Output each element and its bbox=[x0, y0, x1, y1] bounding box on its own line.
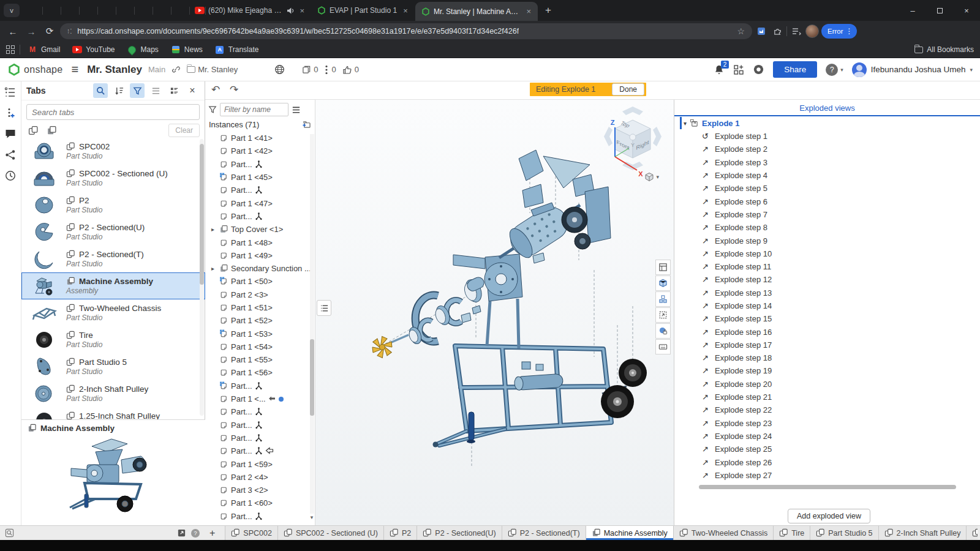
apps-icon[interactable] bbox=[733, 64, 744, 75]
document-tab[interactable]: Tire bbox=[773, 526, 810, 540]
drawing-crop-icon[interactable] bbox=[655, 307, 671, 323]
extension-icon[interactable] bbox=[755, 24, 768, 38]
instance-row[interactable]: ▸ Part... bbox=[205, 210, 311, 223]
apps-grid-icon[interactable] bbox=[6, 45, 15, 54]
explode-step-row[interactable]: ↺ ↗ Explode step 10 bbox=[674, 247, 980, 260]
close-tab-icon[interactable]: × bbox=[401, 6, 410, 15]
instance-row[interactable]: ▸ Part 1 <54> bbox=[205, 340, 311, 353]
instance-row[interactable]: ▸ Part 1 <51> bbox=[205, 301, 311, 314]
onshape-logo[interactable]: onshape bbox=[7, 63, 63, 77]
hamburger-menu-icon[interactable]: ≡ bbox=[69, 62, 81, 77]
explode-step-row[interactable]: ↺ ↗ Explode step 20 bbox=[674, 378, 980, 391]
collapse-chevron-icon[interactable]: ▾ bbox=[684, 120, 687, 127]
instance-row[interactable]: ▸ Part 2 <3> bbox=[205, 288, 311, 301]
explode-step-row[interactable]: ↺ ↗ Explode step 17 bbox=[674, 339, 980, 351]
instance-row[interactable]: ▸ Part 3 <2> bbox=[205, 484, 311, 497]
notifications-bell-icon[interactable]: 2 bbox=[714, 64, 725, 75]
site-info-icon[interactable]: ⁝⁚ bbox=[67, 28, 72, 35]
filter-icon[interactable] bbox=[130, 83, 145, 98]
close-tab-icon[interactable]: × bbox=[525, 7, 533, 17]
tab-list-item[interactable]: 1.25-Inch Shaft Pulley Part Studio bbox=[21, 407, 205, 419]
instance-row[interactable]: ▸ Part... bbox=[205, 444, 311, 457]
document-tab[interactable]: Two-Wheeled Chassis bbox=[673, 526, 773, 540]
explode-step-row[interactable]: ↺ ↗ Explode step 5 bbox=[674, 182, 980, 195]
pinned-tab[interactable] bbox=[152, 2, 170, 18]
tab-list-item[interactable]: Two-Wheeled Chassis Part Studio bbox=[21, 299, 205, 326]
insert-icon[interactable] bbox=[4, 107, 17, 119]
browser-tab-evap[interactable]: EVAP | Part Studio 1 × bbox=[311, 0, 415, 21]
minimize-button[interactable]: – bbox=[899, 0, 926, 21]
sort-icon[interactable] bbox=[111, 83, 126, 98]
instance-row[interactable]: ▸ Part 1 <53> bbox=[205, 327, 311, 340]
named-views-icon[interactable] bbox=[655, 260, 671, 275]
exploded-view-icon[interactable] bbox=[655, 291, 671, 307]
document-tab[interactable]: P2 bbox=[383, 526, 417, 540]
pinned-tab[interactable] bbox=[97, 2, 115, 18]
document-tab[interactable]: P2 - Sectioned(T) bbox=[502, 526, 586, 540]
pinned-tab[interactable] bbox=[170, 2, 189, 18]
likes-counter[interactable]: 0 bbox=[342, 65, 359, 75]
add-exploded-view-button[interactable]: Add exploded view bbox=[788, 509, 870, 523]
instance-row[interactable]: ▸ Part... bbox=[205, 419, 311, 432]
forward-icon[interactable]: → bbox=[23, 23, 39, 39]
explode-step-row[interactable]: ↺ ↗ Explode step 16 bbox=[674, 325, 980, 338]
clear-filters-button[interactable]: Clear bbox=[168, 124, 200, 137]
public-globe-icon[interactable] bbox=[274, 64, 285, 75]
document-tab[interactable]: Machine Assembly bbox=[586, 526, 673, 540]
pinned-tab[interactable] bbox=[23, 2, 42, 18]
bookmark-star-icon[interactable]: ☆ bbox=[737, 26, 745, 36]
3d-viewport[interactable]: Top Front Right Z X Y ▾ bbox=[315, 100, 674, 525]
instances-filter-input[interactable] bbox=[220, 103, 288, 116]
instance-row[interactable]: ▸ Part... bbox=[205, 380, 311, 392]
explode-step-row[interactable]: ↺ ↗ Explode step 13 bbox=[674, 287, 980, 299]
explode-step-row[interactable]: ↺ ↗ Explode step 6 bbox=[674, 195, 980, 208]
instance-row[interactable]: ▸ Part 1 <52> bbox=[205, 314, 311, 327]
share-button[interactable]: Share bbox=[773, 61, 817, 78]
explode-step-row[interactable]: ↺ ↗ Explode step 23 bbox=[674, 417, 980, 430]
explode-step-row[interactable]: ↺ ↗ Explode step 11 bbox=[674, 260, 980, 273]
explode-root-item[interactable]: ▾ Explode 1 bbox=[674, 116, 980, 130]
tab-help-icon[interactable]: ? bbox=[191, 529, 200, 538]
comment-icon[interactable] bbox=[4, 128, 17, 140]
close-button[interactable]: × bbox=[953, 0, 980, 21]
explode-step-row[interactable]: ↺ ↗ Explode step 12 bbox=[674, 273, 980, 286]
tab-list-item[interactable]: P2 Part Studio bbox=[21, 192, 205, 219]
history-icon[interactable] bbox=[4, 170, 17, 182]
scroll-down-icon[interactable]: ▼ bbox=[309, 515, 314, 520]
explode-step-row[interactable]: ↺ ↗ Explode step 3 bbox=[674, 156, 980, 169]
filter-funnel-icon[interactable] bbox=[208, 105, 217, 114]
instance-row[interactable]: ▸ Secondary Sunction ... bbox=[205, 262, 311, 275]
add-tab-button[interactable]: + bbox=[205, 528, 220, 539]
share-nodes-icon[interactable] bbox=[4, 149, 17, 161]
explode-step-row[interactable]: ↺ ↗ Explode step 26 bbox=[674, 455, 980, 468]
explode-step-row[interactable]: ↺ ↗ Explode step 21 bbox=[674, 391, 980, 403]
tab-list-item[interactable]: 2-Inch Shaft Pulley Part Studio bbox=[21, 380, 205, 407]
tab-list-item[interactable]: P2 - Sectioned(U) Part Studio bbox=[21, 219, 205, 246]
detail-view-icon[interactable] bbox=[167, 83, 181, 98]
document-tab[interactable]: 2-Inch Shaft Pulley bbox=[878, 526, 967, 540]
tab-list-item[interactable]: Machine Assembly Assembly bbox=[21, 272, 205, 299]
keyboard-shortcuts-icon[interactable] bbox=[655, 339, 671, 354]
explode-step-row[interactable]: ↺ ↗ Explode step 14 bbox=[674, 299, 980, 312]
explode-step-row[interactable]: ↺ ↗ Explode step 19 bbox=[674, 364, 980, 377]
insert-instance-icon[interactable] bbox=[301, 121, 311, 129]
document-tab[interactable]: SPC002 - Sectioned (U) bbox=[277, 526, 383, 540]
pinned-tab[interactable] bbox=[60, 2, 78, 18]
reading-list-icon[interactable] bbox=[790, 24, 803, 38]
browser-tab-video[interactable]: (620) Mike Ejeagha - Enyi g × bbox=[189, 0, 311, 21]
url-field[interactable]: ⁝⁚ https://cad.onshape.com/documents/9ec… bbox=[60, 23, 752, 39]
instance-row[interactable]: ▸ Part... bbox=[205, 158, 311, 171]
instance-row[interactable]: ▸ Part 1 <50> bbox=[205, 275, 311, 288]
speaker-icon[interactable] bbox=[287, 7, 295, 14]
instance-row[interactable]: ▸ Part 2 <4> bbox=[205, 471, 311, 484]
close-tab-icon[interactable]: × bbox=[298, 6, 306, 15]
back-icon[interactable]: ← bbox=[5, 23, 21, 39]
instance-row[interactable]: ▸ Part 1 <55> bbox=[205, 353, 311, 366]
appearance-lock-icon[interactable] bbox=[655, 323, 671, 339]
copies-counter[interactable]: 0 bbox=[302, 65, 318, 74]
tabs-search-box[interactable] bbox=[26, 104, 200, 120]
instances-list-view-icon[interactable] bbox=[292, 105, 301, 114]
filter-part-studio-icon[interactable] bbox=[26, 124, 40, 137]
expand-chevron-icon[interactable]: ▸ bbox=[211, 265, 217, 272]
view-cube[interactable]: Top Front Right Z X Y bbox=[599, 103, 666, 182]
